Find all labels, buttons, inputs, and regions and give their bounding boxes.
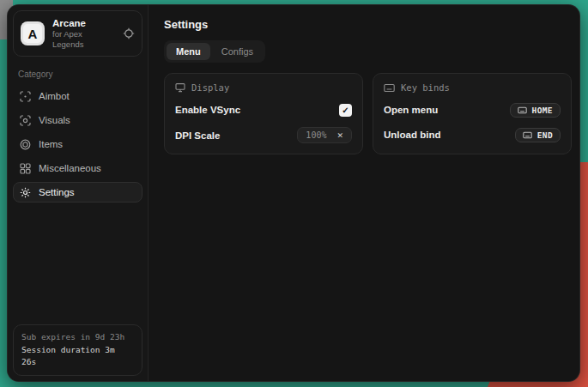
crosshair-target-icon[interactable]: [123, 27, 135, 39]
sidebar-item-aimbot[interactable]: Aimbot: [13, 86, 142, 106]
unload-bind-key: END: [537, 130, 553, 140]
settings-tab-bar: Menu Configs: [164, 40, 265, 63]
keyboard-icon: [384, 83, 395, 93]
sidebar-item-settings[interactable]: Settings: [13, 182, 142, 203]
keyboard-icon: [523, 131, 532, 139]
open-menu-key: HOME: [532, 106, 553, 115]
monitor-icon: [175, 82, 185, 93]
unload-bind-label: Unload bind: [384, 130, 440, 140]
dpi-scale-row: DPI Scale 100% ✕: [175, 127, 352, 143]
app-logo: A: [21, 21, 45, 45]
dpi-scale-input[interactable]: 100% ✕: [297, 127, 352, 143]
app-subtitle: for Apex Legends: [52, 29, 115, 50]
category-section-label: Category: [18, 70, 137, 79]
arcane-overlay-window: A Arcane for Apex Legends Category: [7, 4, 580, 382]
app-header-card: A Arcane for Apex Legends: [13, 10, 142, 57]
sub-expiry-text: Sub expires in 9d 23h: [21, 331, 134, 344]
crosshair-scan-icon: [20, 91, 31, 102]
sidebar-item-miscellaneous[interactable]: Miscellaneous: [13, 158, 142, 178]
page-title: Settings: [164, 18, 572, 31]
session-duration-text: Session duration 3m 26s: [21, 344, 134, 369]
dpi-clear-button[interactable]: ✕: [334, 129, 351, 142]
sidebar-item-items[interactable]: Items: [13, 134, 142, 154]
sidebar-nav: Aimbot Visuals: [13, 86, 142, 203]
open-menu-keybind[interactable]: HOME: [510, 103, 561, 118]
dpi-scale-value: 100%: [298, 128, 334, 142]
sidebar: A Arcane for Apex Legends Category: [8, 5, 149, 381]
tab-menu[interactable]: Menu: [167, 43, 210, 60]
display-card-title: Display: [191, 82, 229, 93]
eye-scan-icon: [20, 115, 31, 126]
app-header-text: Arcane for Apex Legends: [52, 17, 115, 50]
sidebar-item-label: Miscellaneous: [39, 163, 101, 173]
main-content: Settings Menu Configs Display: [149, 5, 580, 381]
keyboard-icon: [518, 106, 527, 114]
sidebar-spacer: [13, 203, 142, 324]
sidebar-item-label: Visuals: [39, 115, 70, 125]
keybinds-card: Key binds Open menu HOME: [373, 73, 572, 154]
settings-cards-row: Display Enable VSync ✓ DPI Scale 100% ✕: [164, 73, 572, 154]
dpi-scale-label: DPI Scale: [175, 130, 220, 141]
keybinds-card-header: Key binds: [384, 82, 561, 93]
vsync-checkbox[interactable]: ✓: [339, 104, 352, 117]
sidebar-item-label: Settings: [39, 187, 75, 197]
unload-bind-row: Unload bind END: [384, 127, 561, 142]
gear-icon: [20, 187, 31, 198]
open-menu-row: Open menu HOME: [384, 102, 561, 118]
sidebar-item-label: Items: [39, 139, 63, 149]
display-card-header: Display: [175, 82, 352, 93]
sidebar-item-visuals[interactable]: Visuals: [13, 110, 142, 130]
tab-configs[interactable]: Configs: [212, 43, 263, 60]
vsync-row: Enable VSync ✓: [175, 102, 352, 118]
keybinds-card-title: Key binds: [401, 82, 450, 93]
package-icon: [20, 139, 31, 150]
app-title: Arcane: [52, 17, 115, 29]
display-card: Display Enable VSync ✓ DPI Scale 100% ✕: [164, 73, 363, 154]
sidebar-item-label: Aimbot: [39, 91, 70, 101]
grid-icon: [20, 163, 31, 174]
vsync-label: Enable VSync: [175, 105, 240, 115]
subscription-info-box: Sub expires in 9d 23h Session duration 3…: [13, 324, 142, 376]
unload-bind-keybind[interactable]: END: [515, 128, 561, 142]
open-menu-label: Open menu: [384, 105, 438, 115]
